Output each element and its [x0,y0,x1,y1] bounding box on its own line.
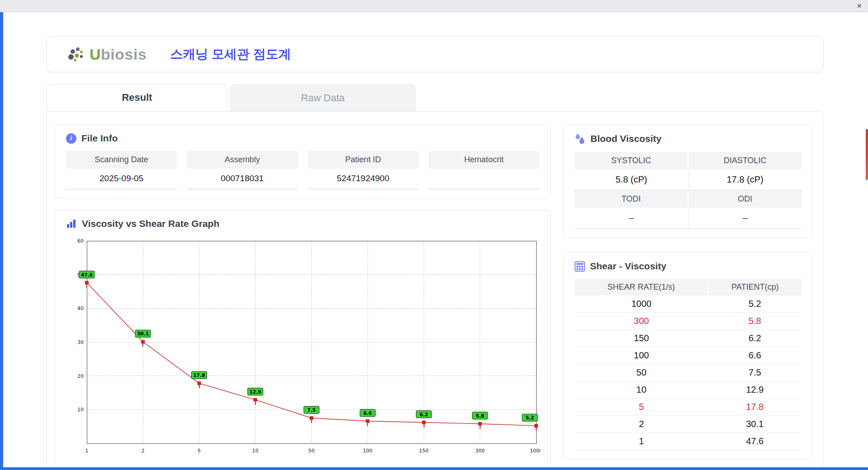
svg-text:1000: 1000 [530,448,540,454]
shear-rate-cell: 1000 [575,296,708,313]
svg-text:5: 5 [198,448,201,454]
info-icon: i [66,133,76,144]
patient-value-cell: 7.5 [708,364,802,381]
shear-rate-cell: 150 [575,330,708,347]
shear-table-row: 3005.8 [575,313,802,330]
shear-rate-cell: 300 [575,313,708,330]
blood-viscosity-header-row: SYSTOLICDIASTOLIC [575,152,802,169]
svg-text:5.2: 5.2 [526,415,534,420]
viscosity-line-chart: 1020304050601251050100150300100047.630.1… [66,236,540,461]
shear-rate-cell: 2 [575,416,708,433]
field-value: 2025-09-05 [66,169,177,189]
shear-viscosity-title: Shear - Viscosity [590,261,666,272]
blood-viscosity-value-row: 5.8 (cP)17.8 (cP) [575,169,802,190]
file-info-field: Hematocrit [429,151,539,189]
window-titlebar: × [0,0,868,12]
tab-result[interactable]: Result [47,84,227,111]
field-label: Hematocrit [429,151,539,169]
result-content: i File Info Scanning Date2025-09-05Assem… [47,111,824,470]
patient-value-cell: 47.6 [708,433,802,450]
window-edge-left [0,12,3,470]
data-point-marker [310,416,313,420]
shear-table-row: 1006.6 [575,347,802,364]
data-point-marker [198,381,201,385]
left-column: i File Info Scanning Date2025-09-05Assem… [55,124,551,470]
shear-rate-cell: 50 [575,364,708,381]
svg-text:60: 60 [77,238,84,244]
shear-column-header: PATIENT(cp) [708,279,802,296]
svg-text:100: 100 [363,448,373,454]
svg-text:17.8: 17.8 [193,372,205,378]
logo-leaf-icon [68,46,86,62]
blood-viscosity-title: Blood Viscosity [590,133,661,144]
data-point-marker [85,281,89,285]
svg-text:300: 300 [475,448,485,454]
data-point-marker [478,422,482,426]
shear-table-row: 147.6 [575,433,802,450]
shear-rate-cell: 1 [575,433,708,450]
svg-text:30.1: 30.1 [137,331,149,336]
bv-header-cell: ODI [689,190,802,208]
bv-value-cell: 5.8 (cP) [575,169,688,190]
bv-header-cell: DIASTOLIC [689,152,802,169]
window-edge-bottom [0,467,868,470]
app-title: 스캐닝 모세관 점도계 [170,46,291,63]
field-value [429,169,539,189]
patient-value-cell: 17.8 [708,399,802,416]
svg-text:6.6: 6.6 [363,410,372,416]
table-grid-icon [575,261,585,272]
data-point-marker [534,424,538,428]
shear-viscosity-panel: Shear - Viscosity SHEAR RATE(1/s)PATIENT… [563,252,813,460]
svg-text:150: 150 [419,448,429,454]
field-value: 52471924900 [308,169,419,189]
app-page: Ubiosis 스캐닝 모세관 점도계 Result Raw Data i Fi… [0,36,868,470]
shear-table-row: 1506.2 [575,330,802,347]
graph-title-row: Viscosity vs Shear Rate Graph [66,218,539,229]
bv-value-cell: – [575,208,688,229]
droplet-icon [575,133,585,145]
svg-text:30: 30 [77,339,84,345]
tab-raw-data[interactable]: Raw Data [230,84,415,111]
right-column: Blood Viscosity SYSTOLICDIASTOLIC5.8 (cP… [563,124,813,470]
patient-value-cell: 6.2 [708,330,802,347]
file-info-field: Assembly000718031 [187,151,297,189]
blood-viscosity-panel: Blood Viscosity SYSTOLICDIASTOLIC5.8 (cP… [563,124,813,238]
svg-text:1: 1 [85,448,89,454]
data-point-marker [422,421,426,424]
shear-table-row: 10005.2 [575,296,802,313]
background-window-artifact [866,129,868,180]
patient-value-cell: 5.2 [708,296,802,313]
file-info-panel: i File Info Scanning Date2025-09-05Assem… [55,124,551,199]
patient-value-cell: 30.1 [708,416,802,433]
graph-title: Viscosity vs Shear Rate Graph [82,218,219,229]
svg-text:10: 10 [252,448,259,454]
shear-viscosity-title-row: Shear - Viscosity [575,261,802,272]
graph-panel: Viscosity vs Shear Rate Graph 1020304050… [55,210,551,470]
svg-text:5.8: 5.8 [476,413,484,418]
data-point-marker [254,398,257,402]
logo-text: Ubiosis [90,46,146,63]
data-point-marker [141,340,145,343]
svg-text:10: 10 [77,407,84,413]
svg-text:20: 20 [77,373,84,379]
field-label: Assembly [187,151,297,169]
bar-chart-icon [66,219,77,229]
svg-text:47.6: 47.6 [81,272,93,277]
patient-value-cell: 6.6 [708,347,802,364]
svg-text:7.5: 7.5 [307,407,316,413]
field-label: Patient ID [308,151,419,169]
bv-header-cell: TODI [575,190,688,208]
svg-text:40: 40 [77,306,84,311]
viscosity-chart-container: 1020304050601251050100150300100047.630.1… [66,236,539,462]
bv-value-cell: 17.8 (cP) [688,169,802,190]
file-info-title-row: i File Info [66,133,539,144]
shear-column-header: SHEAR RATE(1/s) [575,279,708,296]
field-value: 000718031 [187,169,297,189]
file-info-field: Scanning Date2025-09-05 [66,151,177,189]
patient-value-cell: 12.9 [708,381,802,399]
patient-value-cell: 5.8 [708,313,802,330]
bv-header-cell: SYSTOLIC [575,152,688,169]
field-label: Scanning Date [66,151,177,169]
shear-table-row: 517.8 [575,399,802,416]
close-icon[interactable]: × [857,2,862,10]
